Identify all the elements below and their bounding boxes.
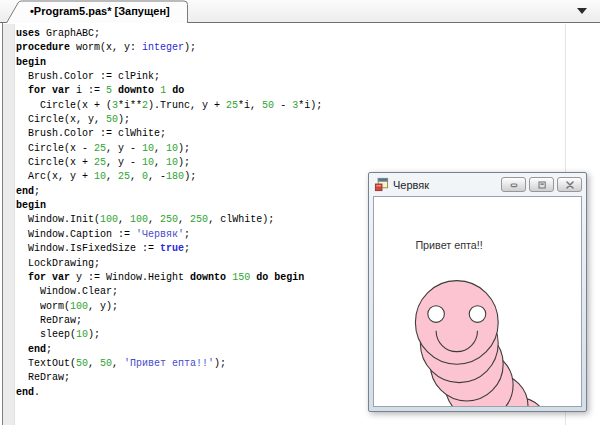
minimize-button[interactable] — [501, 177, 526, 192]
code-line: Brush.Color := clWhite; — [16, 127, 322, 141]
graph-window-titlebar[interactable]: Червяк — [369, 173, 586, 196]
code-line: Brush.Color := clPink; — [16, 70, 322, 84]
code-line: TextOut(50, 50, 'Привет епта!!'); — [16, 357, 322, 371]
breakpoint-gutter[interactable] — [3, 24, 15, 425]
code-line: procedure worm(x, y: integer); — [16, 41, 322, 55]
code-line: end. — [16, 386, 322, 400]
code-line: begin — [16, 199, 322, 213]
code-line: ReDraw; — [16, 314, 322, 328]
code-line: begin — [16, 56, 322, 70]
code-line: Window.Caption := 'Червяк'; — [16, 228, 322, 242]
code-line: LockDrawing; — [16, 257, 322, 271]
code-line: Window.Init(100, 100, 250, 250, clWhite)… — [16, 213, 322, 227]
minimize-icon — [509, 181, 519, 189]
code-line: for var y := Window.Height downto 150 do… — [16, 271, 322, 285]
editor-tab-bar: •Program5.pas* [Запущен] — [0, 0, 600, 23]
code-line: Window.IsFixedSize := true; — [16, 242, 322, 256]
code-line: for var i := 5 downto 1 do — [16, 84, 322, 98]
tab-list-dropdown-icon[interactable] — [577, 8, 587, 14]
code-line: uses GraphABC; — [16, 27, 322, 41]
caption-buttons — [501, 177, 582, 192]
code-line: Arc(x, y + 10, 25, 0, -180); — [16, 170, 322, 184]
close-icon — [565, 181, 575, 189]
maximize-button[interactable] — [529, 177, 554, 192]
maximize-icon — [537, 181, 547, 189]
code-line: Window.Clear; — [16, 285, 322, 299]
graph-canvas: Привет епта!! — [373, 196, 582, 407]
code-line: ReDraw; — [16, 371, 322, 385]
canvas-greeting-text: Привет епта!! — [415, 239, 482, 251]
code-line: Circle(x - 25, y - 10, 10); — [16, 142, 322, 156]
code-line: Circle(x + 25, y - 10, 10); — [16, 156, 322, 170]
code-editor[interactable]: uses GraphABC;procedure worm(x, y: integ… — [16, 27, 322, 400]
tab-label: •Program5.pas* [Запущен] — [30, 5, 170, 17]
close-button[interactable] — [557, 177, 582, 192]
winforms-app-icon[interactable] — [374, 177, 389, 192]
code-line: sleep(10); — [16, 328, 322, 342]
code-line: end; — [16, 343, 322, 357]
code-line: end; — [16, 185, 322, 199]
graph-window: Червяк Привет епта!! — [368, 172, 587, 412]
code-line: Circle(x + (3*i**2).Trunc, y + 25*i, 50 … — [16, 99, 322, 113]
code-line: Circle(x, y, 50); — [16, 113, 322, 127]
tab-program5[interactable]: •Program5.pas* [Запущен] — [6, 0, 190, 23]
code-line: worm(100, y); — [16, 300, 322, 314]
graph-window-title: Червяк — [393, 179, 501, 191]
